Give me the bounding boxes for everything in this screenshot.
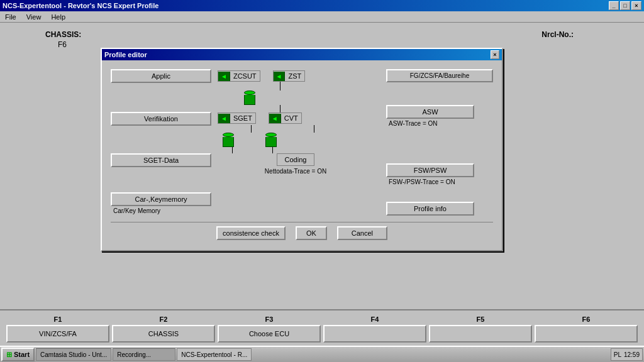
taskbar-item-camtasia[interactable]: Camtasia Studio - Unt... [36,348,111,361]
fkey-f3-button[interactable]: Choose ECU [218,325,321,343]
v-connectors-row5 [221,147,273,153]
cyl-body-3 [265,137,277,147]
center-panel: ◄ ZCSUT ◄ ZST [211,67,380,175]
cvt-chip: ◄ CVT [269,112,302,124]
fkey-bar: F1 VIN/ZCS/FA F2 CHASSIS F3 Choose ECU F… [0,309,644,347]
fsw-psw-group: FSW/PSW FSW-/PSW-Trace = ON [386,163,493,185]
fkey-f3-label: F3 [265,315,274,323]
fkey-group-f3: F3 Choose ECU [218,315,321,343]
center-row3: ◄ SGET ◄ CVT [218,112,302,124]
zcsut-arrow-icon: ◄ [218,72,230,81]
menu-bar: File View Help [0,11,644,23]
dialog-footer: consistence check OK Cancel [111,222,493,244]
car-keymemory-subtext: Car/Key Memory [113,207,211,214]
ok-button[interactable]: OK [296,226,327,240]
taskbar-lang: PL [614,351,621,358]
taskbar-item-recording[interactable]: Recording... [113,348,175,361]
zcsut-label: ZCSUT [230,71,260,81]
cyl-top-3 [265,133,277,137]
taskbar: ⊞ Start Camtasia Studio - Unt... Recordi… [0,346,644,362]
profile-info-group: Profile info [386,202,493,216]
start-label: Start [14,351,30,358]
fkey-group-f4: F4 [323,315,426,343]
title-bar-buttons: _ □ × [609,1,641,10]
fkey-f1-label: F1 [54,315,62,323]
applic-button[interactable]: Applic [111,69,211,83]
chassis-label: CHASSIS: [45,30,81,39]
v-connector-2 [249,105,280,112]
v-connector-3 [220,125,252,133]
menu-view[interactable]: View [24,13,44,21]
verifikation-button[interactable]: Verifikation [111,112,211,126]
fkey-f1-button[interactable]: VIN/ZCS/FA [6,325,109,343]
taskbar-time: 12:59 [624,351,640,358]
cylinder-icon-3 [264,133,278,147]
cvt-arrow-icon: ◄ [269,114,281,123]
dialog-body: Applic Verifikation SGET-Data Car-,Keyme… [102,60,502,250]
window-title: NCS-Expertentool - Revtor's NCS Expert P… [3,2,158,9]
zst-arrow-icon: ◄ [274,72,286,81]
cyl-top-2 [223,133,234,137]
cylinder-icon-2 [221,133,235,147]
fkey-f4-button[interactable] [323,325,426,343]
fsw-trace-text: FSW-/PSW-Trace = ON [389,178,493,185]
fg-zcs-button[interactable]: FG/ZCS/FA/Baureihe [386,69,493,82]
profile-editor-dialog: Profile editor × Applic Verifikation SGE… [101,48,503,251]
start-icon: ⊞ [6,351,12,359]
v-connector-5 [226,147,233,153]
cvt-label: CVT [281,113,301,123]
center-row2 [243,90,257,105]
fkey-group-f5: F5 [429,315,532,343]
zst-chip: ◄ ZST [273,70,306,82]
taskbar-item-ncs[interactable]: NCS-Expertentool - R... [177,348,252,361]
maximize-button[interactable]: □ [620,1,630,10]
consistence-check-button[interactable]: consistence check [216,226,286,240]
fkey-group-f6: F6 [535,315,638,343]
v-connector-6 [267,147,273,153]
sget-data-button[interactable]: SGET-Data [111,153,211,167]
nettodata-trace-text: Nettodata-Trace = ON [265,168,326,175]
cyl-body-2 [223,137,234,147]
cylinder-icon-1 [243,90,257,105]
v-connector-4 [283,125,314,133]
title-bar: NCS-Expertentool - Revtor's NCS Expert P… [0,0,644,11]
dialog-close-button[interactable]: × [491,50,499,59]
cyl-top-1 [244,90,255,95]
fkey-f2-button[interactable]: CHASSIS [112,325,215,343]
zst-label: ZST [285,71,304,81]
main-area: CHASSIS: Nrcl-No.: F6 Profile editor × A… [0,23,644,271]
sget-label: SGET [230,113,255,123]
v-connectors-row4 [218,125,314,133]
sget-arrow-icon: ◄ [218,114,230,123]
fsw-psw-button[interactable]: FSW/PSW [386,163,474,177]
menu-file[interactable]: File [3,13,19,21]
asw-button[interactable]: ASW [386,105,474,119]
fkey-f2-label: F2 [160,315,168,323]
coding-row: Coding [218,153,374,166]
right-panel: FG/ZCS/FA/Baureihe ASW ASW-Trace = ON FS… [386,67,493,216]
close-button[interactable]: × [631,1,641,10]
nettodata-row: Nettodata-Trace = ON [218,167,374,175]
left-panel: Applic Verifikation SGET-Data Car-,Keyme… [111,67,211,214]
car-keymemory-button[interactable]: Car-,Keymemory [111,192,211,206]
fkey-f4-label: F4 [371,315,379,323]
cancel-button[interactable]: Cancel [337,226,387,240]
profile-info-button[interactable]: Profile info [386,202,474,216]
start-button[interactable]: ⊞ Start [1,348,35,361]
taskbar-system-tray: PL 12:59 [611,348,643,361]
center-row1: ◄ ZCSUT ◄ ZST [218,70,305,82]
menu-help[interactable]: Help [48,13,68,21]
coding-label: Coding [285,156,307,163]
zcsut-chip: ◄ ZCSUT [218,70,260,82]
minimize-button[interactable]: _ [609,1,619,10]
asw-trace-text: ASW-Trace = ON [389,120,493,127]
cyl-body-1 [244,95,255,105]
fkey-f5-button[interactable] [429,325,532,343]
center-row4 [221,133,278,147]
dialog-content: Applic Verifikation SGET-Data Car-,Keyme… [111,67,493,216]
fkey-group-f2: F2 CHASSIS [112,315,215,343]
chassis-value: F6 [58,40,67,49]
fkey-f6-button[interactable] [535,325,638,343]
nrci-label: Nrcl-No.: [541,30,574,39]
fkey-f6-label: F6 [582,315,591,323]
